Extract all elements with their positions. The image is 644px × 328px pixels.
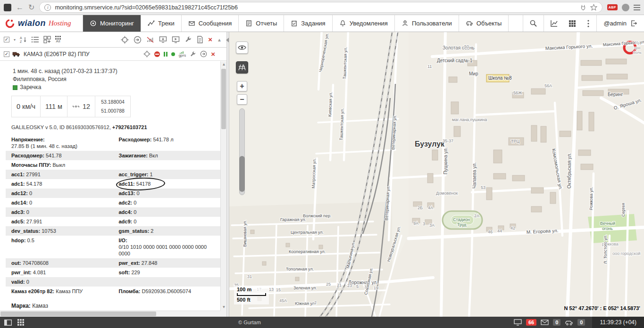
param-row: hdop: 0.5I/O: 0/10 1010 0000 0001 0000 0… [6, 236, 220, 258]
horizontal-scroll-thumb[interactable] [0, 312, 156, 316]
zoom-out-button[interactable]: − [237, 94, 247, 105]
map-layers-icon [238, 64, 246, 71]
back-icon[interactable]: ← [16, 4, 24, 11]
plugin-icon[interactable] [580, 4, 586, 11]
monitoring-panel: ✓ ▾ AZ All × ▲ [0, 32, 226, 317]
param-cell: Напряжение: 27.85 В (1 мин. 48 с. назад) [6, 135, 113, 151]
vertical-scroll-thumb[interactable] [221, 69, 226, 129]
map-label: 46 [488, 230, 493, 234]
show-all-button[interactable]: All [55, 36, 61, 43]
map-label: Чапаева ул. [472, 162, 477, 189]
tab-users[interactable]: Пользователи [395, 15, 459, 32]
map-canvas[interactable]: Золотая осеньМаксима Горького ул.Максима… [229, 32, 644, 317]
blocked-icon[interactable] [154, 51, 160, 57]
map-source-button[interactable] [236, 61, 248, 74]
unit-settings-wrench-icon[interactable] [190, 51, 196, 57]
copyright[interactable]: © Gurtam [238, 320, 261, 325]
unit-follow-icon[interactable] [200, 50, 207, 57]
logout-icon [630, 20, 637, 27]
map-label: Вечный [600, 221, 615, 226]
url-text[interactable]: monitoring.smrservice.ru/?sid=02065e5983… [55, 4, 576, 11]
svg-text:A: A [20, 36, 22, 40]
no-connection-icon[interactable] [146, 36, 154, 43]
param-cell: acc1: 27991 [6, 170, 113, 179]
checkbox-dropdown-icon[interactable]: ▾ [14, 38, 16, 42]
unit-row[interactable]: ✓ КАМАЗ (Е206ТР 82) ППУ gprs × [0, 48, 226, 61]
wrench-icon[interactable] [184, 36, 192, 43]
browser-extensions: ABP [607, 4, 640, 11]
scale-bar [237, 293, 266, 296]
collapse-splitter-icon[interactable] [226, 38, 229, 42]
user-menu[interactable]: @admin [596, 15, 644, 32]
tab-messages[interactable]: Сообщения [182, 15, 239, 32]
unit-location: Филипповка, Россия [13, 75, 220, 83]
locate-unit-icon[interactable] [143, 50, 151, 57]
visibility-eye-button[interactable] [236, 41, 248, 54]
messages-count-badge[interactable]: 66 [526, 319, 536, 326]
tab-units[interactable]: Объекты [459, 15, 509, 32]
tab-monitoring[interactable]: Мониторинг [83, 15, 141, 32]
map-label: Домовёнок [436, 191, 458, 196]
reports-icon [245, 20, 252, 27]
apps-grid-button[interactable] [564, 15, 580, 32]
toggle-panel-icon[interactable] [4, 320, 12, 326]
vertical-scrollbar[interactable]: ▲ ▼ [220, 61, 226, 311]
wialon-logo: wialon Hosting [0, 15, 83, 32]
param-cell: valid: 0 [6, 277, 113, 287]
filter-grid-icon[interactable] [43, 36, 51, 43]
tab-reports[interactable]: Отчеты [239, 15, 284, 32]
chart-tool-button[interactable] [544, 15, 564, 32]
map-container[interactable]: Золотая осеньМаксима Горького ул.Максима… [229, 32, 644, 317]
zoom-slider-thumb[interactable] [239, 156, 245, 192]
tab-tracks[interactable]: Треки [141, 15, 182, 32]
param-row: Моточасы ППУ: Выкл [6, 160, 220, 170]
monitor-arrow-icon[interactable] [159, 36, 167, 43]
horizontal-scrollbar[interactable] [0, 311, 220, 317]
map-label: Пушкина ул. [443, 148, 448, 174]
media-monitor-icon[interactable] [172, 36, 180, 43]
search-button[interactable] [523, 15, 544, 32]
adblock-icon[interactable]: ABP [607, 4, 618, 10]
map-label: Беринг [608, 92, 623, 97]
browser-menu-icon[interactable] [634, 5, 640, 10]
bottom-apps-grid-icon[interactable] [17, 319, 24, 326]
cursor-coordinates: N 52° 47.2670' : E 052° 14.5873' [564, 305, 640, 311]
follow-all-icon[interactable] [134, 36, 142, 44]
locate-all-icon[interactable] [121, 36, 129, 44]
address-bar[interactable]: i monitoring.smrservice.ru/?sid=02065e59… [39, 2, 602, 13]
param-cell: adc14: 0 [6, 198, 113, 207]
profile-icon[interactable] [622, 4, 629, 11]
unit-stats: 0 км/ч 111 м 12 53.188004 51.000788 [11, 96, 131, 117]
param-cell: adc3: 0 [6, 207, 113, 217]
collapse-panel-icon[interactable]: ▲ [217, 37, 222, 42]
sort-az-icon[interactable]: AZ [20, 36, 27, 43]
routes-count-badge[interactable]: 0 [577, 319, 585, 326]
browser-app-icon [4, 4, 11, 11]
tab-jobs[interactable]: Задания [284, 15, 332, 32]
online-notices-icon[interactable] [514, 319, 522, 326]
scale-feet: 500 ft [237, 297, 266, 303]
more-menu-button[interactable] [580, 15, 596, 32]
site-info-icon[interactable]: i [44, 4, 51, 11]
map-label: 35-37 [443, 139, 453, 143]
sms-count-badge[interactable]: 0 [553, 319, 560, 326]
reload-icon[interactable]: ↻ [28, 4, 34, 11]
param-cell: I/O: 0/10 1010 0000 0001 0000 0000 0000 … [113, 236, 221, 258]
logo-text-hosting: Hosting [49, 19, 71, 27]
select-all-checkbox[interactable]: ✓ [4, 37, 9, 42]
map-label: Мир [469, 71, 478, 76]
document-icon[interactable] [197, 36, 203, 43]
list-view-icon[interactable] [32, 36, 39, 43]
bookmark-star-icon[interactable] [590, 4, 597, 11]
clear-list-icon[interactable]: × [208, 36, 212, 43]
remove-unit-icon[interactable]: × [211, 51, 215, 57]
satellites-cell: 12 [67, 96, 95, 117]
tab-notifications[interactable]: Уведомления [333, 15, 395, 32]
vehicle-icon[interactable] [565, 320, 573, 326]
unit-name[interactable]: КАМАЗ (Е206ТР 82) ППУ [24, 51, 90, 57]
unit-checkbox[interactable]: ✓ [4, 51, 9, 57]
zoom-slider[interactable] [239, 108, 245, 195]
tab-label: Уведомления [350, 20, 388, 27]
zoom-in-button[interactable]: + [237, 81, 247, 91]
mail-icon[interactable] [541, 320, 549, 325]
